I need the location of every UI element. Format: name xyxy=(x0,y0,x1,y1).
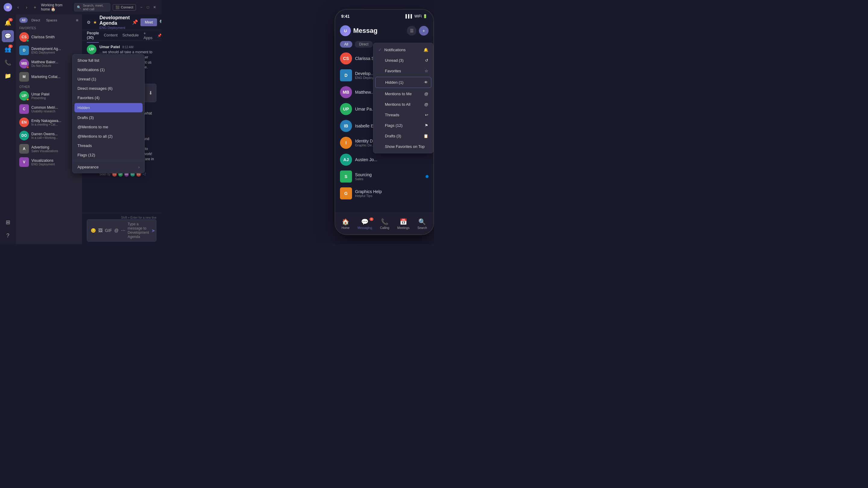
more-icon[interactable]: ⋯ xyxy=(121,228,125,233)
menu-item-direct-messages[interactable]: Direct messages (6) xyxy=(73,84,144,93)
notif-item-notifications[interactable]: ✓ Notifications 🔔 xyxy=(373,44,433,55)
message-author: Umar Patel xyxy=(99,44,120,49)
context-menu: Show full list Notifications (1) Unread … xyxy=(72,54,145,173)
rail-item-activity[interactable]: 🔔 4 xyxy=(2,17,14,29)
image-icon[interactable]: 🖼 xyxy=(98,228,102,233)
mention-icon[interactable]: @ xyxy=(114,228,119,233)
tab-pin-icon[interactable]: 📌 xyxy=(157,33,161,38)
menu-item-flags[interactable]: Flags (12) xyxy=(73,150,144,160)
message-input[interactable]: Type a message to Development Agenda xyxy=(128,222,149,239)
search-button[interactable]: 🔍 xyxy=(159,19,161,26)
list-item[interactable]: S Sourcing Sales xyxy=(335,168,433,185)
nav-add-button[interactable]: + xyxy=(31,4,38,11)
add-apps-button[interactable]: + Apps xyxy=(144,31,153,40)
menu-item-label: Favorites (4) xyxy=(78,96,99,100)
close-button[interactable]: ✕ xyxy=(152,4,158,10)
list-item[interactable]: M Marketing Collat... xyxy=(16,70,82,84)
list-item[interactable]: AJ Austen Jo... xyxy=(335,151,433,168)
notif-item-drafts[interactable]: Drafts (3) 📋 xyxy=(373,131,433,141)
nav-back-button[interactable]: ‹ xyxy=(14,4,22,11)
filter-tab-spaces[interactable]: Spaces xyxy=(44,18,60,23)
menu-item-threads[interactable]: Threads xyxy=(73,141,144,150)
filter-menu-icon[interactable]: ≡ xyxy=(76,18,79,23)
notif-item-flags[interactable]: Flags (12) ⚑ xyxy=(373,120,433,131)
calling-label: Calling xyxy=(380,226,390,230)
rail-item-help[interactable]: ? xyxy=(2,230,14,241)
list-item[interactable]: MB Matthew Baker... Do Not Disturb xyxy=(16,57,82,70)
tab-content[interactable]: Content xyxy=(104,30,118,40)
connect-button[interactable]: ⬛ Connect xyxy=(113,4,136,10)
menu-item-hidden[interactable]: Hidden xyxy=(74,103,143,112)
notif-item-mentions-me[interactable]: Mentions to Me @ xyxy=(373,89,433,99)
pin-button[interactable]: 📌 xyxy=(132,19,138,26)
emoji-icon[interactable]: 😊 xyxy=(91,228,96,233)
menu-item-label: Notifications (1) xyxy=(78,67,104,72)
other-label: Other xyxy=(16,84,82,89)
notif-item-hidden[interactable]: Hidden (1) 👁 xyxy=(375,77,431,88)
mobile-filter-direct[interactable]: Direct xyxy=(355,41,373,47)
window-title: Working from home 🏠 xyxy=(41,3,72,11)
mobile-user-avatar[interactable]: U xyxy=(340,25,351,36)
contact-sub: Helpful Tips xyxy=(355,194,429,198)
list-item[interactable]: G Graphics Help Helpful Tips xyxy=(335,185,433,202)
list-item[interactable]: D Development Ag... ENG Deployment xyxy=(16,44,82,57)
menu-item-mentions-all[interactable]: @Mentions to all (2) xyxy=(73,132,144,141)
mobile-nav-calling[interactable]: 📞 Calling xyxy=(378,217,392,231)
menu-item-favorites[interactable]: Favorites (4) xyxy=(73,93,144,102)
notif-label: Favorites xyxy=(385,69,401,73)
rail-item-files[interactable]: 📁 xyxy=(2,70,14,82)
filter-tab-direct[interactable]: Direct xyxy=(29,18,42,23)
mobile-nav-meetings[interactable]: 📅 Meetings xyxy=(395,217,412,231)
list-item[interactable]: DO Darren Owens... In a call • Working..… xyxy=(16,129,82,142)
menu-item-unread[interactable]: Unread (1) xyxy=(73,74,144,84)
menu-item-notifications[interactable]: Notifications (1) xyxy=(73,65,144,74)
menu-item-mentions-me[interactable]: @Mentions to me xyxy=(73,122,144,132)
filter-tab-all[interactable]: All xyxy=(19,18,28,23)
notif-item-mentions-all[interactable]: Mentions to All @ xyxy=(373,99,433,110)
mobile-nav-home[interactable]: 🏠 Home xyxy=(339,217,352,231)
meet-button[interactable]: Meet xyxy=(141,19,157,26)
meetings-icon: 📅 xyxy=(400,218,407,225)
menu-item-drafts[interactable]: Drafts (3) xyxy=(73,113,144,122)
mobile-add-button[interactable]: + xyxy=(419,26,429,36)
menu-item-appearance[interactable]: Appearance › xyxy=(73,162,144,172)
list-item[interactable]: EN Emily Nakagawa... In a meeting • Cal.… xyxy=(16,116,82,129)
rail-item-chat[interactable]: 💬 xyxy=(2,30,14,42)
gif-icon[interactable]: GIF xyxy=(105,228,112,233)
nav-forward-button[interactable]: › xyxy=(23,4,30,11)
mobile-header-actions: ☰ + xyxy=(407,26,429,36)
notif-item-favorites[interactable]: Favorites ☆ xyxy=(373,66,433,76)
list-item[interactable]: C Common Metri... Usability research xyxy=(16,102,82,116)
message-time: 8:12 AM xyxy=(122,45,133,49)
download-icon[interactable]: ⬇ xyxy=(149,90,153,96)
rail-item-calls[interactable]: 📞 xyxy=(2,57,14,69)
notif-item-threads[interactable]: Threads ↩ xyxy=(373,110,433,120)
rail-item-apps[interactable]: ⊞ xyxy=(2,216,14,228)
list-item[interactable]: A Advertising Sales Visualizations xyxy=(16,142,82,156)
avatar: I xyxy=(340,137,352,149)
maximize-button[interactable]: □ xyxy=(145,4,151,10)
rail-item-teams[interactable]: 👥 1 xyxy=(2,43,14,56)
nav-controls: ‹ › + xyxy=(14,4,38,11)
search-bar[interactable]: 🔍 Search, meet, and call xyxy=(74,3,110,11)
settings-icon[interactable]: ⚙ xyxy=(87,20,91,25)
mobile-filter-all[interactable]: All xyxy=(340,41,352,47)
mobile-filter-button[interactable]: ☰ xyxy=(407,26,416,36)
avatar: D xyxy=(19,45,29,55)
star-icon[interactable]: ★ xyxy=(93,20,97,25)
mobile-nav-search[interactable]: 🔍 Search xyxy=(415,217,430,231)
mobile-nav-messaging[interactable]: 💬 3 Messaging xyxy=(355,217,374,231)
send-button[interactable]: ➤ xyxy=(151,228,155,233)
notif-item-show-favorites[interactable]: Show Favorites on Top xyxy=(373,141,433,152)
menu-item-show-full[interactable]: Show full list xyxy=(73,56,144,65)
list-item[interactable]: CS Clarissa Smith xyxy=(16,30,82,44)
tab-people[interactable]: People (30) xyxy=(87,28,99,43)
message-input-box[interactable]: 😊 🖼 GIF @ ⋯ Type a message to Developmen… xyxy=(87,219,156,241)
list-item[interactable]: UP Umar Patel Presenting xyxy=(16,89,82,102)
user-avatar[interactable]: W xyxy=(4,3,12,11)
avatar: IB xyxy=(340,120,352,132)
list-item[interactable]: V Visualizations ENG Deployment xyxy=(16,156,82,169)
notif-item-unread[interactable]: Unread (3) ↺ xyxy=(373,55,433,66)
minimize-button[interactable]: − xyxy=(138,4,144,10)
tab-schedule[interactable]: Schedule xyxy=(122,30,138,40)
